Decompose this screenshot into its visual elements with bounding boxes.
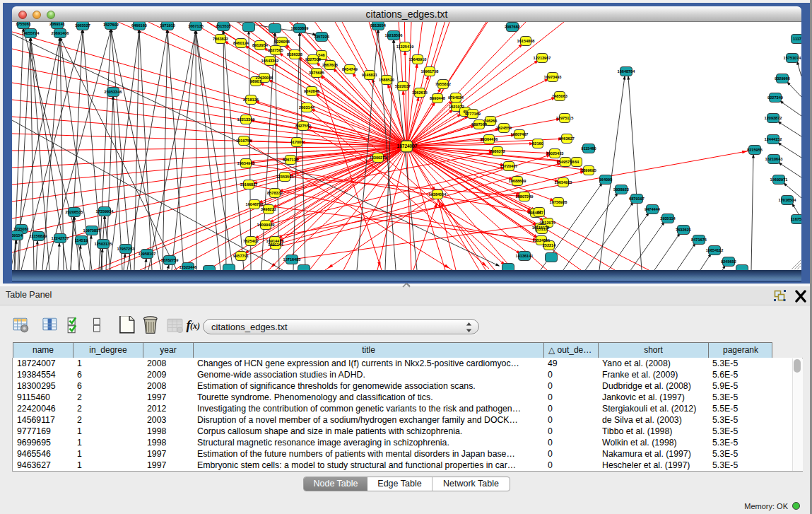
svg-text:9242848: 9242848 (304, 89, 319, 93)
svg-text:12093872: 12093872 (765, 116, 782, 120)
svg-text:10961758: 10961758 (421, 69, 439, 74)
svg-text:10025433: 10025433 (546, 151, 564, 156)
svg-text:1755061: 1755061 (16, 22, 31, 26)
svg-text:9327505: 9327505 (268, 48, 283, 52)
svg-text:12213369: 12213369 (237, 117, 255, 122)
svg-text:1527602: 1527602 (103, 23, 119, 27)
svg-text:1667135: 1667135 (188, 24, 204, 28)
svg-text:5938923: 5938923 (613, 187, 629, 192)
svg-text:10958107: 10958107 (139, 252, 156, 256)
svg-text:19166827: 19166827 (240, 182, 258, 187)
svg-text:7357224: 7357224 (314, 35, 330, 39)
svg-text:164095: 164095 (599, 177, 613, 182)
svg-text:9794024: 9794024 (448, 95, 464, 100)
svg-text:16046738: 16046738 (246, 202, 264, 206)
svg-text:19384554: 19384554 (429, 192, 447, 197)
svg-text:1621072: 1621072 (449, 105, 464, 109)
svg-text:10973493: 10973493 (544, 75, 562, 79)
svg-text:16154808: 16154808 (517, 39, 535, 43)
svg-text:9457791: 9457791 (233, 254, 249, 258)
svg-text:23053346: 23053346 (105, 90, 122, 94)
svg-text:8186328: 8186328 (287, 52, 302, 57)
svg-text:18724007: 18724007 (397, 144, 418, 148)
svg-text:12503135: 12503135 (95, 242, 112, 246)
svg-text:1117: 1117 (793, 37, 801, 41)
svg-text:8912954: 8912954 (252, 43, 269, 47)
svg-text:8471676: 8471676 (691, 238, 707, 242)
svg-text:19654923: 19654923 (555, 180, 572, 185)
svg-text:16914479: 16914479 (266, 239, 284, 243)
svg-text:64: 64 (575, 160, 579, 164)
svg-text:16210643: 16210643 (765, 157, 783, 161)
svg-text:12323446: 12323446 (180, 265, 197, 269)
svg-text:14136141: 14136141 (516, 254, 534, 258)
svg-text:15751074: 15751074 (784, 56, 801, 60)
svg-text:114519: 114519 (75, 238, 88, 243)
svg-text:8578332: 8578332 (267, 191, 283, 195)
svg-text:9474444: 9474444 (645, 207, 661, 211)
svg-text:15720407: 15720407 (500, 164, 518, 168)
svg-text:252214: 252214 (543, 243, 557, 247)
svg-text:15495758: 15495758 (557, 160, 575, 164)
svg-text:9777169: 9777169 (465, 112, 481, 116)
svg-text:15112: 15112 (536, 227, 547, 231)
svg-text:16782759: 16782759 (161, 258, 179, 262)
svg-text:20206535: 20206535 (66, 210, 83, 214)
svg-text:417006: 417006 (290, 140, 304, 144)
svg-text:9329966: 9329966 (775, 76, 790, 81)
svg-text:2069141: 2069141 (49, 22, 65, 26)
svg-text:15640910: 15640910 (409, 57, 427, 62)
svg-text:23300273: 23300273 (370, 156, 387, 160)
svg-text:6466160: 6466160 (131, 23, 147, 28)
svg-text:11156829: 11156829 (30, 234, 47, 238)
svg-text:0899695: 0899695 (581, 168, 596, 173)
svg-text:10975857: 10975857 (83, 228, 101, 233)
svg-text:7485063: 7485063 (552, 94, 567, 98)
svg-text:7955812: 7955812 (435, 82, 451, 86)
svg-text:1588520: 1588520 (379, 78, 394, 82)
svg-text:2935114: 2935114 (660, 216, 676, 221)
svg-text:17016504: 17016504 (779, 198, 797, 202)
svg-text:9327508: 9327508 (305, 57, 321, 62)
svg-text:12353594: 12353594 (276, 175, 295, 179)
svg-text:16648784: 16648784 (618, 69, 636, 74)
svg-text:98901: 98901 (250, 79, 261, 83)
svg-text:7515535: 7515535 (216, 24, 231, 28)
svg-text:18807249: 18807249 (516, 194, 534, 199)
svg-text:10807487: 10807487 (511, 132, 529, 136)
svg-text:8813054: 8813054 (370, 23, 387, 28)
svg-text:1071915: 1071915 (160, 23, 175, 28)
svg-text:9245652: 9245652 (721, 259, 736, 264)
svg-text:14099489: 14099489 (257, 223, 275, 227)
svg-text:6897568: 6897568 (471, 122, 487, 127)
svg-text:9463627: 9463627 (559, 136, 575, 141)
svg-text:67: 67 (537, 210, 541, 214)
svg-text:2867608: 2867608 (322, 63, 338, 67)
svg-text:3375685: 3375685 (309, 71, 324, 75)
svg-text:17957253: 17957253 (117, 247, 135, 251)
svg-text:7632621: 7632621 (676, 228, 691, 232)
svg-text:19218506: 19218506 (385, 33, 403, 37)
svg-text:1362615: 1362615 (412, 90, 428, 95)
svg-text:10756928: 10756928 (550, 200, 567, 204)
svg-text:17359934: 17359934 (96, 209, 114, 214)
svg-text:8454749: 8454749 (342, 67, 358, 71)
svg-text:15716485: 15716485 (283, 257, 301, 262)
svg-text:12213967: 12213967 (534, 56, 551, 60)
svg-text:8267130: 8267130 (283, 158, 298, 162)
svg-text:1735061: 1735061 (13, 227, 29, 231)
svg-text:13524851: 13524851 (533, 238, 551, 243)
svg-text:2603144: 2603144 (299, 105, 315, 110)
svg-text:8215955: 8215955 (747, 148, 763, 152)
svg-text:12242737: 12242737 (52, 236, 69, 240)
svg-text:39154: 39154 (12, 233, 23, 238)
svg-text:7986372: 7986372 (490, 149, 505, 153)
svg-text:12975115: 12975115 (556, 116, 574, 120)
svg-text:16033809: 16033809 (291, 26, 309, 30)
svg-text:1010755: 1010755 (236, 139, 252, 143)
svg-text:20691406: 20691406 (52, 31, 69, 35)
svg-text:1065527: 1065527 (75, 23, 90, 28)
svg-text:20364436: 20364436 (481, 137, 498, 141)
svg-text:3624554: 3624554 (496, 126, 512, 130)
svg-text:116753: 116753 (791, 217, 801, 221)
